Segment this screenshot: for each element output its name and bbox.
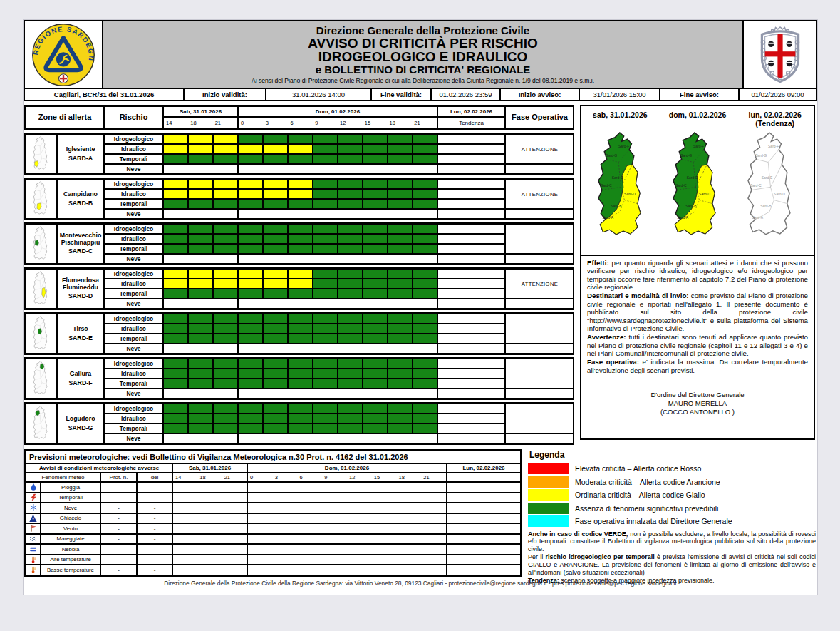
zone-mini-map-icon	[29, 225, 53, 263]
alert-cell	[338, 144, 363, 154]
phenomenon-del: -	[137, 482, 172, 493]
zone-block-sard-f: GalluraSARD-FIdrogeologicoIdraulicoTempo…	[24, 357, 574, 400]
alert-cell	[213, 379, 238, 389]
panel-note-2: Avvertenze: tutti i destinatari sono ten…	[587, 333, 808, 357]
zone-block-sard-a: IglesienteSARD-AIdrogeologicoIdraulicoTe…	[24, 133, 574, 175]
alert-cell	[238, 414, 263, 424]
weather-hours-dom: 036912151821	[247, 473, 447, 482]
legend-items: Elevata criticità – Allerta codice Rosso…	[528, 462, 816, 528]
phenomenon-dom-cell	[247, 493, 447, 503]
alert-cell	[288, 424, 313, 434]
alert-cell	[413, 199, 437, 209]
alert-cell	[163, 244, 188, 254]
alert-cell	[288, 279, 313, 289]
alert-cell	[288, 359, 313, 369]
alert-cell	[338, 279, 363, 289]
alert-cell	[363, 379, 388, 389]
alert-cell	[313, 269, 338, 279]
risk-label-neve: Neve	[104, 209, 163, 219]
phenomenon-sab-cell	[172, 513, 247, 524]
alert-cell	[288, 244, 313, 254]
alert-cell	[363, 289, 388, 299]
weather-day-header-0: Sab, 31.01.2026	[172, 463, 247, 473]
zone-name-cell: TirsoSARD-E	[57, 314, 104, 354]
alert-cell	[263, 379, 288, 389]
phenomenon-sab-cell	[172, 503, 247, 513]
svg-text:Sard-B: Sard-B	[611, 204, 622, 208]
alert-cell	[338, 179, 363, 189]
alert-cell	[188, 359, 213, 369]
phenomenon-sab-cell	[172, 482, 247, 493]
risk-label-idrogeologico: Idrogeologico	[104, 314, 163, 324]
zone-mini-map-icon	[29, 360, 53, 398]
info-bar-cell-3: Fine validità:	[370, 89, 430, 100]
col-header-zone: Zone di allerta	[26, 106, 104, 129]
alert-cell	[213, 314, 238, 324]
alert-cell	[413, 414, 437, 424]
alert-cell	[238, 324, 263, 334]
storm-icon	[26, 493, 41, 503]
fase-operativa-cell: ATTENZIONE	[505, 179, 574, 209]
hour-label: 14	[164, 120, 188, 126]
risk-label-idraulico: Idraulico	[104, 144, 163, 154]
alert-cell-empty-dom	[238, 299, 437, 309]
alert-cell	[263, 289, 288, 299]
fase-operativa-cell: ATTENZIONE	[505, 134, 574, 164]
hour-label: 15	[363, 120, 388, 126]
alert-cell	[313, 279, 338, 289]
risk-label-temporali: Temporali	[104, 244, 163, 254]
hour-label: 12	[347, 474, 372, 481]
tendenza-cell	[437, 224, 505, 234]
alert-cell	[313, 369, 338, 379]
alert-cell	[413, 224, 437, 234]
alert-cell	[163, 269, 188, 279]
phenomenon-label: Basse temperature	[41, 565, 100, 575]
alert-cell	[213, 369, 238, 379]
svg-text:Sard-D: Sard-D	[624, 192, 636, 196]
sardinia-map-2: Sard-ASard-BSard-CSard-DSard-ESard-FSard…	[739, 129, 806, 250]
phenomenon-lun-cell	[447, 544, 521, 555]
info-bar: Cagliari, BCR/31 del 31.01.2026Inizio va…	[24, 89, 817, 101]
alert-cell	[238, 224, 263, 234]
info-bar-cell-6: 31/01/2026 15:00	[579, 89, 659, 100]
alert-cell	[338, 289, 363, 299]
alert-cell-empty-sab	[163, 344, 238, 354]
alert-cell	[313, 359, 338, 369]
alert-cell	[313, 324, 338, 334]
hour-label: 3	[264, 120, 289, 126]
tendenza-cell	[437, 414, 505, 424]
legend-swatch	[528, 476, 569, 488]
alert-cell	[413, 189, 437, 199]
alert-cell	[238, 234, 263, 244]
risk-label-neve: Neve	[104, 434, 163, 443]
phenomenon-prot: -	[100, 513, 137, 524]
alert-cell	[238, 369, 263, 379]
legend-label: Ordinaria criticità – Allerta codice Gia…	[575, 491, 705, 499]
hour-label: 14	[173, 474, 197, 481]
alert-cell	[213, 134, 238, 144]
protezione-civile-logo-icon: REGIONE SARDEGNA	[31, 22, 96, 88]
phenomenon-lun-cell	[447, 523, 521, 534]
sardinia-map-icon: Sard-ASard-BSard-CSard-DSard-ESard-FSard…	[664, 129, 731, 247]
low-temp-icon	[26, 565, 41, 575]
alert-cell	[213, 224, 238, 234]
alert-cell	[338, 244, 363, 254]
phenomenon-del: -	[137, 513, 172, 524]
svg-text:Sard-D: Sard-D	[774, 192, 785, 196]
phenomenon-prot: -	[100, 523, 137, 534]
alert-cell	[313, 144, 338, 154]
alert-cell	[238, 199, 263, 209]
alert-cell	[363, 334, 388, 344]
legend-item-1: Moderata criticità – Allerta codice Aran…	[528, 476, 816, 489]
zone-map-cell	[26, 224, 57, 264]
day-header-sab: Sab, 31.01.2026	[163, 106, 238, 117]
ice-icon: *	[26, 513, 41, 524]
alert-cell	[363, 324, 388, 334]
tendenza-cell	[437, 234, 505, 244]
alert-cell	[338, 234, 363, 244]
alert-cell	[313, 334, 338, 344]
info-bar-cell-4: 01.02.2026 23:59	[430, 89, 499, 100]
zone-map-cell	[26, 404, 57, 443]
alert-cell	[263, 179, 288, 189]
phenomenon-sab-cell	[172, 523, 247, 534]
